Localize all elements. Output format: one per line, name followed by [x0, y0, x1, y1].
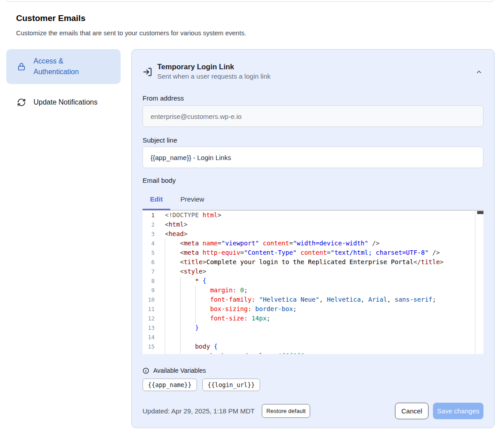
updated-timestamp: Updated: Apr 29, 2025, 1:18 PM MDT [143, 407, 255, 415]
code-line: 9 margin: 0; [143, 286, 483, 295]
line-number: 9 [143, 286, 155, 295]
page-subtitle: Customize the emails that are sent to yo… [16, 29, 246, 37]
from-address-label: From address [143, 94, 483, 102]
lock-icon [17, 62, 26, 71]
code-line: 3<head> [143, 229, 483, 239]
line-number: 16 [143, 351, 155, 354]
subject-line-label: Subject line [143, 136, 483, 144]
code-line: 11 box-sizing: border-box; [143, 304, 483, 314]
line-number: 13 [143, 323, 155, 333]
line-number: 2 [143, 220, 155, 229]
indent-guide [195, 286, 196, 324]
sidebar-item-access-authentication[interactable]: Access & Authentication [6, 49, 121, 84]
indent-guide [165, 239, 165, 354]
line-number: 10 [143, 295, 155, 304]
variable-chips: {{app_name}} {{login_url}} [143, 379, 483, 391]
variable-chip-app-name[interactable]: {{app_name}} [143, 379, 197, 391]
cancel-button[interactable]: Cancel [395, 403, 428, 419]
available-variables-label: Available Variables [153, 367, 206, 374]
card-header: Temporary Login Link Sent when a user re… [143, 62, 483, 82]
from-address-input[interactable]: enterprise@customers.wp-e.io [143, 105, 483, 127]
email-body-label: Email body [143, 177, 483, 185]
line-number: 8 [143, 276, 155, 286]
code-line: 15 body { [143, 342, 483, 351]
editor-scrollbar-thumb[interactable] [477, 211, 483, 214]
card-footer: Updated: Apr 29, 2025, 1:18 PM MDT Resto… [143, 403, 483, 419]
line-number: 11 [143, 304, 155, 314]
line-number: 4 [143, 239, 155, 248]
indent-guide [180, 277, 181, 354]
code-line: 7 <style> [143, 267, 483, 276]
line-number: 5 [143, 248, 155, 257]
previous-card-bottom-edge [6, 0, 494, 2]
sidebar-item-update-notifications[interactable]: Update Notifications [6, 92, 121, 113]
restore-default-button[interactable]: Restore default [262, 404, 310, 418]
line-number: 12 [143, 314, 155, 323]
editor-scrollbar-track [475, 211, 475, 354]
editor-tabs: Edit Preview [143, 190, 483, 210]
code-line: 5 <meta http-equiv="Content-Type" conten… [143, 248, 483, 257]
card-title: Temporary Login Link [157, 62, 270, 72]
code-line: 16 background-color: #f6f6f6; [143, 351, 483, 354]
available-variables-row: Available Variables [143, 366, 483, 375]
code-line: 1<!DOCTYPE html> [143, 211, 483, 220]
sidebar-item-label: Update Notifications [34, 97, 97, 108]
subject-line-input[interactable]: {{app_name}} - Login Links [143, 147, 483, 168]
line-number: 6 [143, 257, 155, 267]
email-settings-card: Temporary Login Link Sent when a user re… [131, 49, 495, 428]
sidebar-item-label: Access & Authentication [34, 56, 107, 77]
info-icon [143, 367, 149, 374]
line-number: 15 [143, 342, 155, 351]
line-number: 14 [143, 333, 155, 342]
code-line: 13 } [143, 323, 483, 333]
chevron-up-icon[interactable] [475, 68, 483, 77]
code-line: 8 * { [143, 276, 483, 286]
code-editor[interactable]: 1<!DOCTYPE html>2<html>3<head>4 <meta na… [143, 210, 483, 354]
code-line: 12 font-size: 14px; [143, 314, 483, 323]
code-line: 2<html> [143, 220, 483, 229]
page-title: Customer Emails [16, 13, 85, 23]
code-line: 10 font-family: "Helvetica Neue", Helvet… [143, 295, 483, 304]
code-line: 14 [143, 333, 483, 342]
code-lines: 1<!DOCTYPE html>2<html>3<head>4 <meta na… [143, 211, 483, 354]
card-subtitle: Sent when a user requests a login link [157, 72, 270, 81]
refresh-icon [17, 98, 26, 107]
save-changes-button[interactable]: Save changes [433, 403, 483, 419]
sidebar: Access & Authentication Update Notificat… [6, 49, 121, 113]
tab-preview[interactable]: Preview [170, 190, 214, 210]
log-in-icon [143, 62, 153, 82]
code-line: 4 <meta name="viewport" content="width=d… [143, 239, 483, 248]
line-number: 1 [143, 211, 155, 220]
code-line: 6 <title>Complete your login to the Repl… [143, 257, 483, 267]
line-number: 3 [143, 229, 155, 239]
line-number: 7 [143, 267, 155, 276]
variable-chip-login-url[interactable]: {{login_url}} [202, 379, 260, 391]
tab-edit[interactable]: Edit [143, 190, 170, 210]
